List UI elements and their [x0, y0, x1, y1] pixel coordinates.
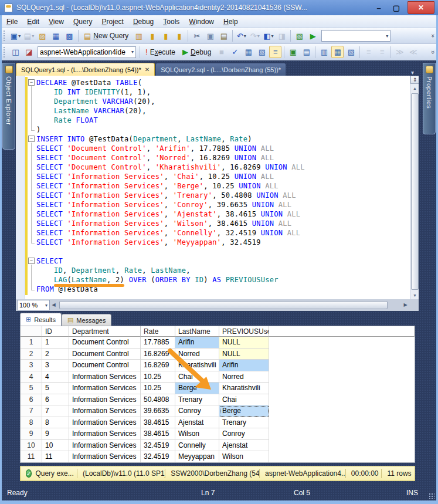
xmla-query-icon[interactable]: ▮ — [173, 30, 185, 42]
grid-cell[interactable]: 32.4519 — [141, 440, 175, 452]
grid-cell[interactable]: 1 — [42, 337, 69, 349]
grid-cell[interactable]: Information Services — [69, 451, 141, 463]
grid-cell[interactable]: Ajenstat — [175, 417, 219, 429]
menu-query[interactable]: Query — [69, 16, 97, 27]
sql-code[interactable]: DECLARE @TestData TABLE( ID INT IDENTITY… — [36, 78, 305, 294]
paste-icon[interactable]: ▤ — [218, 30, 230, 42]
cut-icon[interactable]: ✂ — [191, 30, 203, 42]
edit-mode-icon[interactable]: ≡ — [269, 46, 281, 58]
close-button[interactable]: ✕ — [408, 1, 434, 14]
sidebar-tab-properties[interactable]: Properties — [423, 63, 436, 134]
grid-cell[interactable]: 16.8269 — [141, 349, 175, 360]
grid-cell[interactable]: Berge — [219, 405, 269, 417]
row-header[interactable]: 4 — [21, 371, 42, 383]
grid-cell[interactable]: NULL — [219, 349, 269, 360]
grid-cell[interactable]: Berge — [175, 383, 219, 394]
scroll-down-icon[interactable]: ▼ — [411, 292, 419, 299]
grid-cell[interactable]: Wilson — [219, 451, 269, 463]
grid-corner-cell[interactable] — [21, 326, 42, 337]
toolbar-overflow-button[interactable]: » — [430, 50, 437, 53]
save-icon[interactable]: ▦ — [50, 30, 62, 42]
execute-button[interactable]: !Execute — [142, 47, 179, 57]
tab-messages[interactable]: ▤Messages — [62, 314, 112, 326]
grid-cell[interactable]: Document Control — [69, 337, 141, 349]
grid-cell[interactable]: 8 — [42, 417, 69, 429]
grid-cell[interactable]: Information Services — [69, 394, 141, 406]
grid-cell[interactable]: Information Services — [69, 405, 141, 417]
titlebar[interactable]: SQLQuery1.sql - (LocalDb)\v11.0.aspnet-W… — [0, 0, 438, 15]
horizontal-scroll-track[interactable] — [58, 300, 401, 310]
row-header[interactable]: 9 — [21, 428, 42, 440]
menu-debug[interactable]: Debug — [128, 16, 158, 27]
connect-icon[interactable]: ◫ — [9, 46, 22, 58]
collapse-region-icon[interactable]: − — [28, 136, 35, 142]
grid-cell[interactable]: 10 — [42, 440, 69, 452]
row-header[interactable]: 5 — [21, 383, 42, 394]
grid-cell[interactable]: 7 — [42, 405, 69, 417]
scroll-left-icon[interactable]: ◀ — [50, 301, 57, 309]
grid-cell[interactable]: 2 — [42, 349, 69, 360]
save-all-icon[interactable]: ▩ — [63, 30, 76, 42]
grid-cell[interactable]: Document Control — [69, 360, 141, 371]
toolbar-overflow-button[interactable]: » — [430, 34, 437, 38]
navigate-backward-icon[interactable]: ◧▾ — [262, 30, 274, 42]
results-to-grid-icon[interactable]: ▦ — [331, 46, 344, 58]
tab-list-chevron-icon[interactable]: ▾ — [411, 69, 419, 76]
activity-monitor-icon[interactable]: ▧ — [293, 30, 305, 42]
results-to-file-icon[interactable]: ▧ — [345, 46, 357, 58]
zoom-level-combo[interactable]: 100 % ▾ — [17, 300, 50, 310]
grid-cell[interactable]: 6 — [42, 394, 69, 406]
maximize-button[interactable]: ▢ — [388, 4, 405, 12]
grid-cell[interactable]: 11 — [42, 451, 69, 463]
available-databases-combo[interactable]: aspnet-WebApplication4ide▾ — [38, 46, 136, 58]
column-header-lastname[interactable]: LastName — [175, 326, 219, 337]
document-tab-2[interactable]: SQLQuery2.sql - (L...\DorbenZhang (55))* — [155, 63, 286, 76]
grid-cell[interactable]: Trenary — [175, 394, 219, 406]
document-tab-1[interactable]: SQLQuery1.sql - (L...\DorbenZhang (54))*… — [16, 63, 155, 76]
tab-close-icon[interactable]: ✕ — [145, 66, 150, 73]
scroll-right-icon[interactable]: ▶ — [402, 301, 409, 309]
column-header-rate[interactable]: Rate — [141, 326, 175, 337]
grid-cell[interactable]: 17.7885 — [141, 337, 175, 349]
code-editor[interactable]: −−− DECLARE @TestData TABLE( ID INT IDEN… — [16, 76, 419, 311]
copy-icon[interactable]: ▣ — [204, 30, 216, 42]
grid-cell[interactable]: Ajenstat — [219, 440, 269, 452]
results-to-text-icon[interactable]: ▥ — [318, 46, 330, 58]
column-header-department[interactable]: Department — [69, 326, 141, 337]
sidebar-tab-object-explorer[interactable]: Object Explorer — [2, 63, 15, 150]
results-grid[interactable]: IDDepartmentRateLastNamePREVIOUSUser11Do… — [20, 326, 415, 463]
grid-cell[interactable]: Connelly — [175, 440, 219, 452]
grid-cell[interactable]: 9 — [42, 428, 69, 440]
grid-cell[interactable]: 5 — [42, 383, 69, 394]
row-header[interactable]: 7 — [21, 405, 42, 417]
grid-cell[interactable]: Information Services — [69, 383, 141, 394]
editor-horizontal-scrollbar[interactable]: 100 % ▾ ◀ ▶ — [16, 299, 419, 311]
menu-tools[interactable]: Tools — [158, 16, 184, 27]
grid-cell[interactable]: Meyyappan — [175, 451, 219, 463]
row-header[interactable]: 6 — [21, 394, 42, 406]
grid-cell[interactable]: 38.4615 — [141, 428, 175, 440]
grid-cell[interactable]: Kharatishvili — [175, 360, 219, 371]
query-designer-icon[interactable]: ▧ — [256, 46, 268, 58]
vertical-scroll-thumb[interactable] — [411, 93, 419, 290]
row-header[interactable]: 8 — [21, 417, 42, 429]
split-editor-handle[interactable]: ⇕ — [410, 76, 419, 84]
grid-cell[interactable]: 38.4615 — [141, 417, 175, 429]
grid-cell[interactable]: Information Services — [69, 371, 141, 383]
dmx-query-icon[interactable]: ▮ — [159, 30, 172, 42]
grid-cell[interactable]: Information Services — [69, 428, 141, 440]
grid-cell[interactable]: Norred — [219, 371, 269, 383]
grid-cell[interactable]: 32.4519 — [141, 451, 175, 463]
start-icon[interactable]: ▶ — [307, 30, 319, 42]
grid-cell[interactable]: 16.8269 — [141, 360, 175, 371]
menu-view[interactable]: View — [44, 16, 69, 27]
tab-results[interactable]: ⊞Results — [20, 313, 62, 326]
toolbar-search-combo[interactable]: ▾ — [321, 30, 391, 42]
grid-cell[interactable]: Chai — [219, 394, 269, 406]
grid-cell[interactable]: Document Control — [69, 349, 141, 360]
column-header-id[interactable]: ID — [42, 326, 69, 337]
scroll-up-icon[interactable]: ▲ — [411, 84, 419, 92]
menu-project[interactable]: Project — [97, 16, 128, 27]
editor-vertical-scrollbar[interactable]: ⇕ ▲ ▼ — [410, 76, 419, 299]
grid-cell[interactable]: Norred — [175, 349, 219, 360]
